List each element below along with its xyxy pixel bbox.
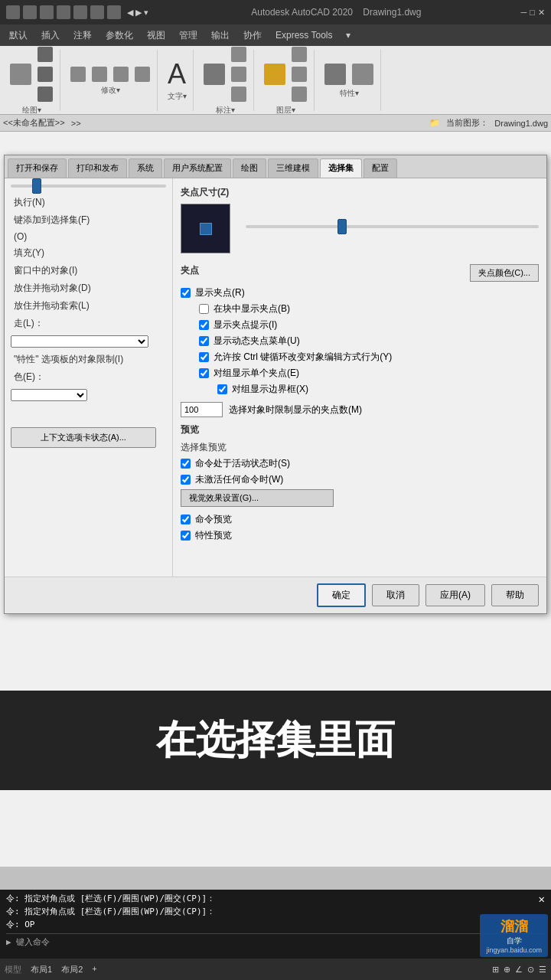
ribbon-btn-move[interactable] <box>68 65 88 83</box>
ribbon-btn-line[interactable] <box>8 62 34 87</box>
dialog-left-panel: 执行(N) 键添加到选择集(F) (O) 填充(Y) 窗口中的对象(I) 放住并… <box>5 178 173 577</box>
ribbon-btn-layer3[interactable] <box>289 65 309 83</box>
ok-button[interactable]: 确定 <box>317 583 366 607</box>
save-icon[interactable] <box>57 5 70 19</box>
left-item-3[interactable]: 填充(Y) <box>11 244 166 262</box>
checkbox-command-preview: 命令预览 <box>181 513 539 526</box>
checkbox-no-command-input[interactable] <box>181 475 191 485</box>
menu-express-tools[interactable]: Express Tools <box>269 28 338 43</box>
ribbon-btn-text[interactable]: A <box>165 59 188 90</box>
left-item-2[interactable]: (O) <box>11 229 166 244</box>
ribbon-btn-prop1[interactable] <box>322 62 348 87</box>
left-item-9[interactable]: 色(E)： <box>11 368 166 386</box>
main-area: 打开和保存 打印和发布 系统 用户系统配置 绘图 三维建模 选择集 配置 执行(… <box>0 132 551 867</box>
ribbon-btn-layer4[interactable] <box>289 85 309 103</box>
menu-annotate[interactable]: 注释 <box>67 27 98 44</box>
left-item-7[interactable]: 走(L)： <box>11 315 166 332</box>
checkbox-block-grips-input[interactable] <box>199 304 209 314</box>
menu-manage[interactable]: 管理 <box>173 27 204 44</box>
menu-more[interactable]: ▾ <box>340 28 357 43</box>
checkbox-command-preview-label: 命令预览 <box>195 513 232 526</box>
ribbon-btn-dim1[interactable] <box>201 62 227 87</box>
dialog-right-panel: 夹点尺寸(Z) 夹点 夹点颜色(C)... <box>173 178 546 577</box>
tab-layout1[interactable]: 布局1 <box>31 964 52 975</box>
menu-view[interactable]: 视图 <box>141 27 171 44</box>
tab-user-config[interactable]: 用户系统配置 <box>164 158 231 178</box>
left-item-4[interactable]: 窗口中的对象(I) <box>11 262 166 279</box>
checkbox-group-bbox-input[interactable] <box>217 384 227 394</box>
tab-selection[interactable]: 选择集 <box>320 158 362 178</box>
checkbox-grip-tips-input[interactable] <box>199 320 209 330</box>
checkbox-show-grips-input[interactable] <box>181 288 191 298</box>
preview-icon[interactable] <box>90 5 104 19</box>
menu-default[interactable]: 默认 <box>3 27 34 44</box>
apply-button[interactable]: 应用(A) <box>425 584 485 606</box>
menu-insert[interactable]: 插入 <box>35 27 66 44</box>
menu-collaborate[interactable]: 协作 <box>237 27 268 44</box>
left-slider-thumb[interactable] <box>32 178 41 194</box>
ribbon-btn-a[interactable] <box>35 46 55 64</box>
menu-output[interactable]: 输出 <box>205 27 236 44</box>
status-icon-2[interactable]: ⊕ <box>504 965 510 975</box>
tab-drawing[interactable]: 绘图 <box>233 158 266 178</box>
checkbox-active-command: 命令处于活动状态时(S) <box>181 457 539 470</box>
grip-size-slider[interactable] <box>246 225 539 228</box>
window-controls[interactable]: ─ □ ✕ <box>521 8 545 18</box>
ribbon-btn-dim3[interactable] <box>229 65 249 83</box>
ribbon-btn-prop2[interactable] <box>350 62 376 87</box>
tab-print-publish[interactable]: 打印和发布 <box>68 158 127 178</box>
tab-config[interactable]: 配置 <box>364 158 397 178</box>
new-icon[interactable] <box>23 5 37 19</box>
left-color-dropdown[interactable] <box>11 389 87 401</box>
ribbon-btn-layer2[interactable] <box>289 46 309 64</box>
config-label[interactable]: <<未命名配置>> <box>3 117 65 129</box>
visual-effects-button[interactable]: 视觉效果设置(G)... <box>181 489 334 507</box>
ribbon-btn-layer1[interactable] <box>262 62 288 87</box>
command-area: ✕ 令: 指定对角点或 [栏选(F)/圈围(WP)/圈交(CP)]： 令: 指定… <box>0 890 551 959</box>
left-slider-track[interactable] <box>11 185 166 188</box>
status-icon-3[interactable]: ∠ <box>515 965 523 975</box>
grip-limit-input[interactable] <box>181 402 223 417</box>
context-tab-button[interactable]: 上下文选项卡状态(A)... <box>11 427 156 448</box>
left-item-8[interactable]: "特性" 选项板的对象限制(I) <box>11 351 166 368</box>
status-icon-1[interactable]: ⊞ <box>492 965 499 975</box>
ribbon-btn-trim[interactable] <box>111 65 131 83</box>
publish-icon[interactable] <box>107 5 121 19</box>
menu-parametric[interactable]: 参数化 <box>99 27 139 44</box>
tab-model[interactable]: 模型 <box>5 964 21 975</box>
tab-open-save[interactable]: 打开和保存 <box>8 158 67 178</box>
checkbox-active-command-input[interactable] <box>181 459 191 469</box>
tab-3d-modeling[interactable]: 三维建模 <box>268 158 318 178</box>
status-icon-5[interactable]: ☰ <box>539 965 546 975</box>
add-layout-btn[interactable]: + <box>92 964 96 975</box>
ribbon-btn-b[interactable] <box>35 65 55 83</box>
tab-layout2[interactable]: 布局2 <box>61 964 83 975</box>
checkbox-group-single-grip-input[interactable] <box>199 368 209 378</box>
checkbox-property-preview-input[interactable] <box>181 531 191 541</box>
ribbon-btn-dim2[interactable] <box>229 46 249 64</box>
grip-size-thumb[interactable] <box>337 219 347 234</box>
left-item-6[interactable]: 放住并拖动套索(L) <box>11 297 166 315</box>
ribbon-btn-dim4[interactable] <box>229 85 249 103</box>
status-icon-4[interactable]: ⊙ <box>527 965 534 975</box>
checkbox-ctrl-cycle-input[interactable] <box>199 352 209 362</box>
close-command-btn[interactable]: ✕ <box>539 893 545 905</box>
ribbon-btn-mirror[interactable] <box>132 65 152 83</box>
left-item-0[interactable]: 执行(N) <box>11 194 166 211</box>
ribbon-group-modify-label: 修改▾ <box>101 85 120 96</box>
folder-icon: 📁 <box>429 118 440 128</box>
left-dropdown-1[interactable] <box>11 335 148 348</box>
checkbox-dynamic-grip-menu-input[interactable] <box>199 336 209 346</box>
left-item-1[interactable]: 键添加到选择集(F) <box>11 211 166 229</box>
toolbar-strip: <<未命名配置>> >> 📁 当前图形： Drawing1.dwg <box>0 115 551 132</box>
grip-color-button[interactable]: 夹点颜色(C)... <box>470 264 539 282</box>
ribbon-btn-c[interactable] <box>35 85 55 103</box>
plot-icon[interactable] <box>73 5 87 19</box>
checkbox-command-preview-input[interactable] <box>181 514 191 524</box>
open-icon[interactable] <box>40 5 54 19</box>
help-button[interactable]: 帮助 <box>491 584 539 606</box>
tab-system[interactable]: 系统 <box>129 158 162 178</box>
ribbon-btn-rotate[interactable] <box>90 65 109 83</box>
left-item-5[interactable]: 放住并拖动对象(D) <box>11 279 166 297</box>
cancel-button[interactable]: 取消 <box>372 584 419 606</box>
